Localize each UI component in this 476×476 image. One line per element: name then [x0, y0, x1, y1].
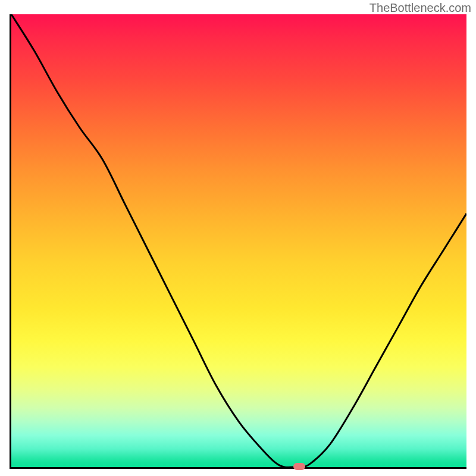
bottleneck-curve-line	[11, 14, 466, 467]
chart-area	[10, 14, 466, 469]
optimal-point-marker	[293, 463, 305, 470]
curve-svg	[11, 14, 466, 467]
watermark-text: TheBottleneck.com	[369, 1, 471, 15]
